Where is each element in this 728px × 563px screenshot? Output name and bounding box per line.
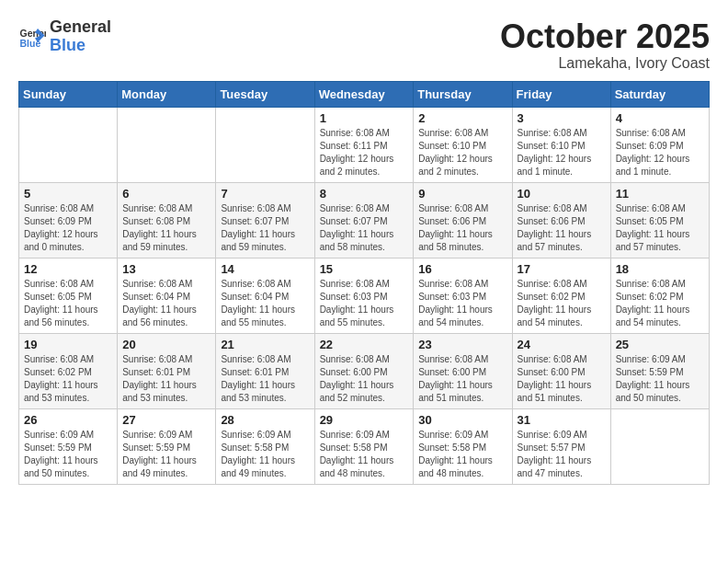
weekday-header-thursday: Thursday <box>414 81 512 107</box>
day-info: Sunrise: 6:08 AMSunset: 6:01 PMDaylight:… <box>221 353 309 405</box>
calendar-day-21: 21Sunrise: 6:08 AMSunset: 6:01 PMDayligh… <box>216 333 314 408</box>
calendar-day-29: 29Sunrise: 6:09 AMSunset: 5:58 PMDayligh… <box>314 408 414 484</box>
calendar-day-20: 20Sunrise: 6:08 AMSunset: 6:01 PMDayligh… <box>118 333 216 408</box>
calendar-day-27: 27Sunrise: 6:09 AMSunset: 5:59 PMDayligh… <box>118 408 216 484</box>
day-info: Sunrise: 6:08 AMSunset: 6:03 PMDaylight:… <box>320 278 409 329</box>
calendar-day-2: 2Sunrise: 6:08 AMSunset: 6:10 PMDaylight… <box>414 107 512 182</box>
day-number: 12 <box>24 262 112 276</box>
day-info: Sunrise: 6:08 AMSunset: 6:02 PMDaylight:… <box>518 278 606 329</box>
day-number: 25 <box>616 338 704 351</box>
day-number: 6 <box>122 187 210 201</box>
day-number: 7 <box>221 187 309 201</box>
day-info: Sunrise: 6:08 AMSunset: 6:07 PMDaylight:… <box>221 202 309 254</box>
weekday-header-saturday: Saturday <box>610 81 709 107</box>
day-number: 14 <box>221 262 309 276</box>
day-info: Sunrise: 6:09 AMSunset: 5:59 PMDaylight:… <box>122 429 210 480</box>
calendar-day-18: 18Sunrise: 6:08 AMSunset: 6:02 PMDayligh… <box>610 258 709 333</box>
logo-blue-text: Blue <box>50 37 111 55</box>
location-title: Lamekaha, Ivory Coast <box>500 55 710 72</box>
calendar-empty-cell <box>19 107 118 182</box>
day-number: 22 <box>320 338 409 351</box>
calendar-day-8: 8Sunrise: 6:08 AMSunset: 6:07 PMDaylight… <box>314 182 414 258</box>
day-info: Sunrise: 6:08 AMSunset: 6:04 PMDaylight:… <box>122 278 210 329</box>
day-info: Sunrise: 6:08 AMSunset: 6:02 PMDaylight:… <box>616 278 704 329</box>
calendar-day-4: 4Sunrise: 6:08 AMSunset: 6:09 PMDaylight… <box>610 107 709 182</box>
calendar-day-30: 30Sunrise: 6:09 AMSunset: 5:58 PMDayligh… <box>414 408 512 484</box>
logo-general-text: General <box>50 18 111 37</box>
svg-text:Blue: Blue <box>20 37 41 48</box>
day-number: 13 <box>122 262 210 276</box>
calendar-empty-cell <box>118 107 216 182</box>
calendar-day-15: 15Sunrise: 6:08 AMSunset: 6:03 PMDayligh… <box>314 258 414 333</box>
day-number: 5 <box>24 187 112 201</box>
day-info: Sunrise: 6:08 AMSunset: 6:00 PMDaylight:… <box>418 353 506 405</box>
day-info: Sunrise: 6:09 AMSunset: 5:59 PMDaylight:… <box>616 353 704 405</box>
weekday-header-wednesday: Wednesday <box>314 81 414 107</box>
weekday-header-sunday: Sunday <box>19 81 118 107</box>
day-number: 30 <box>418 413 506 427</box>
day-number: 24 <box>518 338 606 351</box>
weekday-header-monday: Monday <box>118 81 216 107</box>
day-number: 1 <box>320 111 409 125</box>
calendar-day-25: 25Sunrise: 6:09 AMSunset: 5:59 PMDayligh… <box>610 333 709 408</box>
day-number: 26 <box>24 413 112 427</box>
page-header: General Blue General Blue October 2025 L… <box>18 18 710 72</box>
day-info: Sunrise: 6:08 AMSunset: 6:05 PMDaylight:… <box>616 202 704 254</box>
logo-icon: General Blue <box>18 23 46 51</box>
day-info: Sunrise: 6:08 AMSunset: 6:10 PMDaylight:… <box>518 127 606 178</box>
calendar-day-14: 14Sunrise: 6:08 AMSunset: 6:04 PMDayligh… <box>216 258 314 333</box>
logo: General Blue General Blue <box>18 18 111 55</box>
day-info: Sunrise: 6:08 AMSunset: 6:08 PMDaylight:… <box>122 202 210 254</box>
day-number: 18 <box>616 262 704 276</box>
weekday-header-friday: Friday <box>512 81 610 107</box>
day-number: 28 <box>221 413 309 427</box>
calendar-week-row: 19Sunrise: 6:08 AMSunset: 6:02 PMDayligh… <box>19 333 710 408</box>
day-number: 16 <box>418 262 506 276</box>
day-number: 21 <box>221 338 309 351</box>
day-info: Sunrise: 6:08 AMSunset: 6:09 PMDaylight:… <box>616 127 704 178</box>
day-number: 27 <box>122 413 210 427</box>
calendar-week-row: 5Sunrise: 6:08 AMSunset: 6:09 PMDaylight… <box>19 182 710 258</box>
day-info: Sunrise: 6:09 AMSunset: 5:58 PMDaylight:… <box>221 429 309 480</box>
calendar-day-28: 28Sunrise: 6:09 AMSunset: 5:58 PMDayligh… <box>216 408 314 484</box>
day-info: Sunrise: 6:08 AMSunset: 6:05 PMDaylight:… <box>24 278 112 329</box>
day-info: Sunrise: 6:08 AMSunset: 6:00 PMDaylight:… <box>320 353 409 405</box>
calendar-day-22: 22Sunrise: 6:08 AMSunset: 6:00 PMDayligh… <box>314 333 414 408</box>
calendar-day-11: 11Sunrise: 6:08 AMSunset: 6:05 PMDayligh… <box>610 182 709 258</box>
day-number: 8 <box>320 187 409 201</box>
calendar-day-6: 6Sunrise: 6:08 AMSunset: 6:08 PMDaylight… <box>118 182 216 258</box>
day-number: 10 <box>518 187 606 201</box>
calendar-day-24: 24Sunrise: 6:08 AMSunset: 6:00 PMDayligh… <box>512 333 610 408</box>
calendar-day-12: 12Sunrise: 6:08 AMSunset: 6:05 PMDayligh… <box>19 258 118 333</box>
day-info: Sunrise: 6:08 AMSunset: 6:06 PMDaylight:… <box>418 202 506 254</box>
calendar-day-19: 19Sunrise: 6:08 AMSunset: 6:02 PMDayligh… <box>19 333 118 408</box>
calendar-day-10: 10Sunrise: 6:08 AMSunset: 6:06 PMDayligh… <box>512 182 610 258</box>
day-info: Sunrise: 6:09 AMSunset: 5:57 PMDaylight:… <box>518 429 606 480</box>
calendar-day-7: 7Sunrise: 6:08 AMSunset: 6:07 PMDaylight… <box>216 182 314 258</box>
day-number: 4 <box>616 111 704 125</box>
day-info: Sunrise: 6:08 AMSunset: 6:03 PMDaylight:… <box>418 278 506 329</box>
month-title: October 2025 <box>500 18 710 55</box>
calendar-day-13: 13Sunrise: 6:08 AMSunset: 6:04 PMDayligh… <box>118 258 216 333</box>
day-info: Sunrise: 6:08 AMSunset: 6:09 PMDaylight:… <box>24 202 112 254</box>
calendar-day-5: 5Sunrise: 6:08 AMSunset: 6:09 PMDaylight… <box>19 182 118 258</box>
day-info: Sunrise: 6:08 AMSunset: 6:00 PMDaylight:… <box>518 353 606 405</box>
calendar-day-26: 26Sunrise: 6:09 AMSunset: 5:59 PMDayligh… <box>19 408 118 484</box>
calendar-day-23: 23Sunrise: 6:08 AMSunset: 6:00 PMDayligh… <box>414 333 512 408</box>
calendar-day-1: 1Sunrise: 6:08 AMSunset: 6:11 PMDaylight… <box>314 107 414 182</box>
calendar-day-17: 17Sunrise: 6:08 AMSunset: 6:02 PMDayligh… <box>512 258 610 333</box>
calendar-week-row: 1Sunrise: 6:08 AMSunset: 6:11 PMDaylight… <box>19 107 710 182</box>
day-info: Sunrise: 6:09 AMSunset: 5:58 PMDaylight:… <box>418 429 506 480</box>
calendar-week-row: 12Sunrise: 6:08 AMSunset: 6:05 PMDayligh… <box>19 258 710 333</box>
day-info: Sunrise: 6:08 AMSunset: 6:06 PMDaylight:… <box>518 202 606 254</box>
day-number: 2 <box>418 111 506 125</box>
day-number: 19 <box>24 338 112 351</box>
calendar-day-3: 3Sunrise: 6:08 AMSunset: 6:10 PMDaylight… <box>512 107 610 182</box>
day-info: Sunrise: 6:08 AMSunset: 6:11 PMDaylight:… <box>320 127 409 178</box>
calendar-day-16: 16Sunrise: 6:08 AMSunset: 6:03 PMDayligh… <box>414 258 512 333</box>
day-number: 15 <box>320 262 409 276</box>
weekday-header-row: SundayMondayTuesdayWednesdayThursdayFrid… <box>19 81 710 107</box>
day-number: 29 <box>320 413 409 427</box>
day-number: 23 <box>418 338 506 351</box>
day-number: 20 <box>122 338 210 351</box>
